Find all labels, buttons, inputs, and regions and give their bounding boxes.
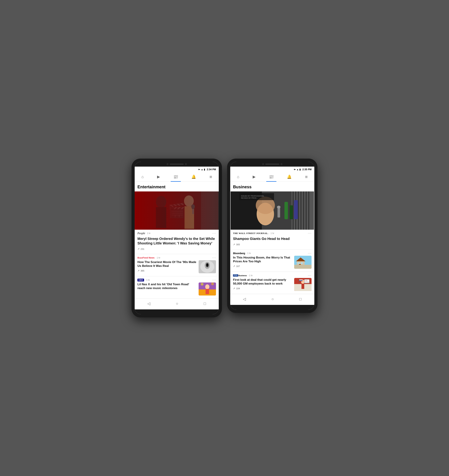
- svg-point-37: [277, 206, 280, 209]
- source-time-2: · 1 hr: [155, 257, 160, 259]
- article-title-b2[interactable]: In This Housing Boom, the Worry Is That …: [233, 256, 292, 265]
- back-btn-left[interactable]: ◁: [143, 301, 154, 307]
- share-count-b2: 167: [236, 265, 240, 267]
- svg-rect-35: [294, 200, 298, 219]
- nav-bar-right: ⌂ ▶ 📰 🔔 ≡: [230, 172, 314, 182]
- nav-home-left[interactable]: ⌂: [138, 174, 146, 180]
- source-logo-people: People: [137, 232, 145, 235]
- article-thumb-3: [199, 283, 216, 295]
- share-icon-b1: ↗: [233, 243, 235, 246]
- shares-row-b1: ↗ 305: [230, 242, 314, 248]
- share-count-1: 231: [141, 248, 144, 250]
- source-row-b2: Bloomberg · 1 hr ···: [230, 250, 314, 256]
- more-btn-b1[interactable]: ···: [308, 231, 312, 235]
- share-icon-2: ↗: [137, 269, 140, 272]
- nav-video-left[interactable]: ▶: [154, 174, 163, 180]
- phone-left: ▾▪ ▲ ▮ 2:34 PM ⌂ ▶ 📰 🔔: [131, 159, 222, 317]
- nav-bar-left: ⌂ ▶ 📰 🔔 ≡: [135, 172, 219, 182]
- source-time-1: 1 hr: [147, 232, 150, 234]
- share-icon-b3: ↗: [233, 287, 235, 290]
- svg-rect-47: [301, 262, 303, 264]
- nav-bell-left[interactable]: 🔔: [188, 174, 199, 180]
- source-time-b3: · 1 hr: [248, 274, 252, 277]
- recent-btn-left[interactable]: □: [199, 301, 210, 307]
- nav-bell-right[interactable]: 🔔: [284, 174, 294, 180]
- video-icon-right: ▶: [253, 175, 256, 179]
- source-time-b1: · 1 hr: [269, 232, 274, 234]
- article-gma[interactable]: GMA · 1 hr ··· Lil Nas X and his hit 'Ol…: [135, 276, 219, 298]
- article-bloomberg[interactable]: Bloomberg · 1 hr ··· In This Housing Boo…: [230, 250, 314, 272]
- article-title-1[interactable]: Meryl Streep Ordered Wendy's to the Set …: [135, 236, 219, 247]
- svg-point-16: [205, 284, 209, 289]
- svg-rect-36: [278, 207, 280, 217]
- article-hero-left[interactable]: People 1 hr ··· Meryl Streep Ordered Wen…: [135, 192, 219, 254]
- nav-menu-left[interactable]: ≡: [207, 174, 215, 180]
- video-icon-left: ▶: [157, 175, 160, 179]
- article-thumb-2: [199, 260, 216, 273]
- home-icon-right: ⌂: [237, 175, 239, 179]
- shares-row-b2: ↗ 167: [233, 265, 292, 267]
- nav-news-right[interactable]: 📰: [266, 174, 276, 180]
- article-inline-3: Lil Nas X and his hit 'Old Town Road' re…: [135, 283, 219, 297]
- bell-icon-right: 🔔: [287, 175, 292, 179]
- article-title-b3[interactable]: First look at deal that could get nearly…: [233, 278, 292, 287]
- svg-rect-17: [205, 289, 209, 294]
- status-bar-right: ▾▪ ▲ ▮ 2:35 PM: [230, 167, 314, 172]
- camera-right: [262, 163, 264, 165]
- article-inline-b3: First look at deal that could get nearly…: [230, 278, 314, 292]
- article-thumb-b3: UAW ON STRIKE: [294, 278, 312, 291]
- nav-video-right[interactable]: ▶: [250, 174, 258, 180]
- source-row-3: GMA · 1 hr ···: [135, 276, 219, 283]
- signal-icon-right: ▾▪: [294, 168, 296, 171]
- share-icon-b2: ↗: [233, 265, 235, 267]
- nav-menu-right[interactable]: ≡: [302, 174, 310, 180]
- article-fox[interactable]: FOX Business · 1 hr ··· First look at de…: [230, 272, 314, 294]
- more-btn-3[interactable]: ···: [212, 278, 216, 282]
- bottom-nav-right: ◁ ○ □: [230, 294, 314, 305]
- source-logo-bloomberg: Bloomberg: [233, 252, 245, 255]
- bottom-bar-left: [135, 309, 219, 314]
- article-title-2[interactable]: How The Scariest Movie Of The '90s Made …: [137, 260, 197, 269]
- nav-news-left[interactable]: 📰: [171, 174, 181, 180]
- news-icon-right: 📰: [269, 175, 274, 179]
- thumb-img-2: [199, 260, 216, 273]
- more-btn-b3[interactable]: ···: [308, 274, 312, 277]
- source-logo-wsj: THE WALL STREET JOURNAL.: [233, 232, 268, 235]
- svg-rect-49: [294, 265, 312, 269]
- bottom-nav-left: ◁ ○ □: [135, 298, 219, 309]
- svg-rect-58: [299, 279, 302, 279]
- recent-btn-right[interactable]: □: [295, 296, 306, 302]
- time-right: 2:35 PM: [302, 168, 312, 171]
- status-bar-left: ▾▪ ▲ ▮ 2:34 PM: [135, 167, 219, 172]
- bell-icon-left: 🔔: [191, 175, 196, 179]
- article-hero-right[interactable]: ISSUED BY PROFESSIONAL RESSED BY PROD...…: [230, 192, 314, 249]
- article-text-2: How The Scariest Movie Of The '90s Made …: [137, 260, 197, 272]
- bottom-bar-right: [230, 305, 314, 310]
- source-logo-buzzfeed: BuzzFeed News: [137, 256, 154, 259]
- svg-rect-34: [290, 205, 293, 219]
- svg-point-19: [211, 283, 214, 285]
- more-btn-2[interactable]: ···: [212, 256, 216, 260]
- back-btn-right[interactable]: ◁: [239, 296, 250, 302]
- more-btn-1[interactable]: ···: [212, 231, 216, 235]
- article-title-3[interactable]: Lil Nas X and his hit 'Old Town Road' re…: [137, 283, 197, 291]
- thumb-svg-b3: UAW ON STRIKE: [294, 278, 312, 291]
- status-icons-right: ▾▪ ▲ ▮: [294, 168, 301, 171]
- hero-image-right: ISSUED BY PROFESSIONAL RESSED BY PROD...: [230, 192, 314, 230]
- home-btn-left[interactable]: ○: [172, 301, 182, 307]
- source-row-2: BuzzFeed News · 1 hr ···: [135, 254, 219, 260]
- menu-icon-right: ≡: [305, 175, 307, 179]
- home-btn-right[interactable]: ○: [267, 296, 278, 302]
- more-btn-b2[interactable]: ···: [308, 251, 312, 255]
- svg-rect-33: [284, 202, 288, 219]
- article-text-3: Lil Nas X and his hit 'Old Town Road' re…: [137, 283, 197, 291]
- nav-home-right[interactable]: ⌂: [234, 174, 242, 180]
- content-area-right: Business: [230, 182, 314, 294]
- article-buzzfeed[interactable]: BuzzFeed News · 1 hr ··· How The Scaries…: [135, 254, 219, 276]
- phone-top-bar-left: [135, 162, 219, 167]
- speaker-right: [265, 164, 279, 165]
- article-title-b1[interactable]: Shampoo Giants Go Head to Head: [230, 236, 314, 242]
- menu-icon-left: ≡: [209, 175, 212, 179]
- camera2-right: [281, 163, 282, 165]
- hero-svg-right: ISSUED BY PROFESSIONAL RESSED BY PROD...: [230, 192, 314, 230]
